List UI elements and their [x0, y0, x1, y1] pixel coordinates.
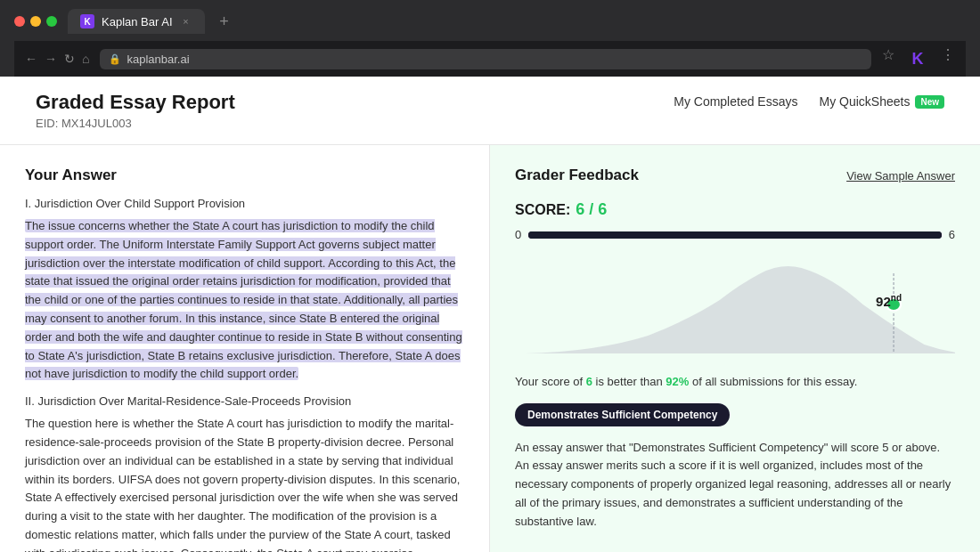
traffic-lights	[14, 16, 57, 27]
active-tab[interactable]: K Kaplan Bar AI ×	[68, 9, 205, 34]
feedback-header: Grader Feedback View Sample Answer	[515, 166, 955, 184]
menu-icon[interactable]: ⋮	[941, 46, 955, 71]
header-left: Graded Essay Report EID: MX14JUL003	[36, 91, 235, 130]
submission-percentile: 92%	[666, 375, 689, 388]
traffic-light-green[interactable]	[46, 16, 57, 27]
page-title: Graded Essay Report	[36, 91, 235, 114]
score-bar-container: 0 6	[515, 228, 955, 241]
right-panel: Grader Feedback View Sample Answer SCORE…	[490, 145, 980, 552]
competency-description: An essay answer that "Demonstrates Suffi…	[515, 439, 955, 532]
traffic-light-yellow[interactable]	[30, 16, 41, 27]
score-value: 6 / 6	[576, 200, 607, 219]
score-bar-track	[528, 231, 942, 239]
forward-button[interactable]: →	[45, 52, 57, 66]
url-text: kaplanbar.ai	[127, 53, 189, 66]
home-button[interactable]: ⌂	[82, 52, 89, 66]
completed-essays-link[interactable]: My Completed Essays	[674, 94, 797, 109]
view-sample-link[interactable]: View Sample Answer	[846, 169, 955, 183]
eid-label: EID: MX14JUL003	[36, 117, 235, 130]
app-header: Graded Essay Report EID: MX14JUL003 My C…	[0, 77, 980, 145]
score-label: SCORE: 6 / 6	[515, 200, 955, 219]
submission-score: 6	[586, 375, 592, 388]
panels: Your Answer I. Jurisdiction Over Child S…	[0, 145, 980, 552]
new-badge: New	[915, 95, 944, 109]
tab-close-button[interactable]: ×	[180, 15, 192, 28]
address-bar: ← → ↻ ⌂ 🔒 kaplanbar.ai ☆ K ⋮	[14, 41, 966, 77]
bell-curve-chart: 92nd	[515, 256, 955, 362]
new-tab-button[interactable]: +	[212, 9, 237, 34]
left-panel: Your Answer I. Jurisdiction Over Child S…	[0, 145, 490, 552]
percentile-marker: 92nd	[876, 293, 902, 309]
feedback-title: Grader Feedback	[515, 166, 639, 184]
quicksheets-link[interactable]: My QuickSheets	[820, 94, 911, 109]
lock-icon: 🔒	[109, 53, 121, 65]
bell-curve-svg	[515, 256, 955, 362]
nav-buttons: ← → ↻ ⌂	[25, 52, 89, 66]
url-field[interactable]: 🔒 kaplanbar.ai	[100, 49, 871, 69]
essay-paragraph-2: The question here is whether the State A…	[25, 415, 464, 552]
header-nav: My Completed Essays My QuickSheets New	[674, 91, 944, 109]
tab-favicon: K	[80, 14, 94, 28]
bookmark-icon[interactable]: ☆	[882, 46, 894, 71]
quicksheets-nav: My QuickSheets New	[820, 94, 945, 109]
back-button[interactable]: ←	[25, 52, 37, 66]
submission-text: Your score of 6 is better than 92% of al…	[515, 373, 955, 391]
essay-heading-2: II. Jurisdiction Over Marital-Residence-…	[25, 394, 464, 408]
main-content: Graded Essay Report EID: MX14JUL003 My C…	[0, 77, 980, 552]
score-bar-fill	[528, 231, 942, 239]
tab-bar: K Kaplan Bar AI × +	[68, 9, 237, 34]
traffic-light-red[interactable]	[14, 16, 25, 27]
score-bar-max: 6	[949, 228, 955, 241]
percentile-label: 92nd	[876, 293, 902, 309]
score-section: SCORE: 6 / 6 0 6	[515, 200, 955, 241]
tab-title: Kaplan Bar AI	[102, 15, 173, 28]
essay-heading-1: I. Jurisdiction Over Child Support Provi…	[25, 197, 464, 210]
score-bar-min: 0	[515, 228, 521, 241]
extension-icon[interactable]: K	[905, 46, 930, 71]
refresh-button[interactable]: ↻	[64, 52, 75, 66]
highlighted-text-1: The issue concerns whether the State A c…	[25, 219, 462, 380]
essay-paragraph-1: The issue concerns whether the State A c…	[25, 217, 464, 384]
toolbar-icons: ☆ K ⋮	[882, 46, 955, 71]
left-panel-title: Your Answer	[25, 166, 464, 184]
competency-badge: Demonstrates Sufficient Competency	[515, 403, 730, 426]
